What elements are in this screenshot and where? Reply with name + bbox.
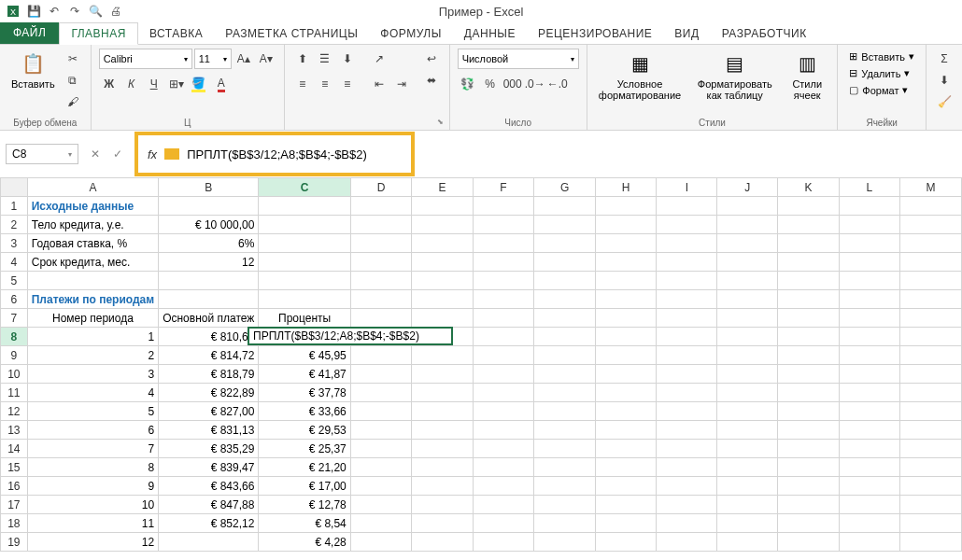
cell-A3[interactable]: Годовая ставка, % — [27, 234, 158, 253]
cell-A6[interactable]: Платежи по периодам — [27, 290, 158, 309]
cell-M15[interactable] — [900, 458, 962, 477]
cell-F19[interactable] — [473, 533, 533, 552]
cell-L6[interactable] — [839, 290, 899, 309]
cell-J15[interactable] — [717, 458, 778, 477]
font-name-select[interactable]: Calibri▾ — [99, 49, 192, 69]
cell-G7[interactable] — [534, 309, 596, 328]
cell-L4[interactable] — [839, 253, 899, 272]
cell-E10[interactable] — [412, 365, 473, 384]
cell-K11[interactable] — [778, 384, 839, 402]
cell-K2[interactable] — [778, 216, 839, 234]
row-header-17[interactable]: 17 — [1, 496, 28, 514]
cell-I16[interactable] — [657, 477, 717, 496]
cell-M9[interactable] — [900, 346, 962, 365]
col-header-E[interactable]: E — [412, 178, 473, 197]
cell-H13[interactable] — [595, 421, 657, 440]
cell-K9[interactable] — [778, 346, 839, 365]
cell-G3[interactable] — [534, 234, 596, 253]
cell-L3[interactable] — [839, 234, 899, 253]
cell-A5[interactable] — [27, 272, 158, 290]
cell-F14[interactable] — [473, 440, 533, 458]
cell-I13[interactable] — [657, 421, 717, 440]
formula-text[interactable]: ПРПЛТ($B$3/12;A8;$B$4;-$B$2) — [187, 147, 367, 161]
cell-D4[interactable] — [350, 253, 412, 272]
col-header-G[interactable]: G — [534, 178, 596, 197]
cell-M13[interactable] — [900, 421, 962, 440]
conditional-format-button[interactable]: ▦Условное форматирование — [595, 49, 686, 103]
cell-G4[interactable] — [534, 253, 596, 272]
cell-G2[interactable] — [534, 216, 596, 234]
cell-I15[interactable] — [657, 458, 717, 477]
percent-icon[interactable]: % — [480, 74, 501, 94]
cell-C2[interactable] — [259, 216, 350, 234]
cell-G12[interactable] — [534, 402, 596, 421]
cell-E16[interactable] — [412, 477, 473, 496]
cell-F18[interactable] — [473, 514, 533, 533]
underline-button[interactable]: Ч — [144, 74, 164, 94]
cell-K10[interactable] — [778, 365, 839, 384]
row-header-1[interactable]: 1 — [1, 197, 28, 216]
col-header-F[interactable]: F — [473, 178, 533, 197]
cell-F17[interactable] — [473, 496, 533, 514]
cell-M16[interactable] — [900, 477, 962, 496]
cell-A17[interactable]: 10 — [27, 496, 158, 514]
cell-M19[interactable] — [900, 533, 962, 552]
cell-J12[interactable] — [717, 402, 778, 421]
row-header-18[interactable]: 18 — [1, 514, 28, 533]
font-size-select[interactable]: 11▾ — [194, 49, 232, 69]
cell-M4[interactable] — [900, 253, 962, 272]
cell-M6[interactable] — [900, 290, 962, 309]
cell-D1[interactable] — [350, 197, 412, 216]
cell-J7[interactable] — [717, 309, 778, 328]
cell-C8-editing[interactable]: ПРПЛТ($B$3/12;A8;$B$4;-$B$2) — [248, 327, 453, 345]
undo-icon[interactable]: ↶ — [45, 2, 64, 21]
row-header-15[interactable]: 15 — [1, 458, 28, 477]
cell-E5[interactable] — [412, 272, 473, 290]
paste-button[interactable]: 📋 Вставить — [7, 49, 59, 91]
cell-H5[interactable] — [595, 272, 657, 290]
cell-L7[interactable] — [839, 309, 899, 328]
cell-E2[interactable] — [412, 216, 473, 234]
cell-J18[interactable] — [717, 514, 778, 533]
cell-K3[interactable] — [778, 234, 839, 253]
cell-H10[interactable] — [595, 365, 657, 384]
cell-C1[interactable] — [259, 197, 350, 216]
spreadsheet-grid[interactable]: ABCDEFGHIJKLM1Исходные данные2Тело креди… — [0, 177, 962, 552]
font-color-button[interactable]: A — [211, 74, 232, 94]
cell-H16[interactable] — [595, 477, 657, 496]
format-table-button[interactable]: ▤Форматировать как таблицу — [688, 49, 781, 103]
cell-D2[interactable] — [350, 216, 412, 234]
border-button[interactable]: ⊞▾ — [166, 74, 187, 94]
cell-G19[interactable] — [534, 533, 596, 552]
cell-G14[interactable] — [534, 440, 596, 458]
row-header-6[interactable]: 6 — [1, 290, 28, 309]
cell-J19[interactable] — [717, 533, 778, 552]
cell-B1[interactable] — [159, 197, 259, 216]
fill-color-button[interactable]: 🪣 — [189, 74, 209, 94]
cell-F12[interactable] — [473, 402, 533, 421]
italic-button[interactable]: К — [121, 74, 142, 94]
cell-C17[interactable]: € 12,78 — [259, 496, 350, 514]
cell-J16[interactable] — [717, 477, 778, 496]
cell-A4[interactable]: Срок кредита, мес. — [27, 253, 158, 272]
cell-M12[interactable] — [900, 402, 962, 421]
cell-K6[interactable] — [778, 290, 839, 309]
cell-J1[interactable] — [717, 197, 778, 216]
cell-E9[interactable] — [412, 346, 473, 365]
cell-L9[interactable] — [839, 346, 899, 365]
cell-E13[interactable] — [412, 421, 473, 440]
cell-B10[interactable]: € 818,79 — [159, 365, 259, 384]
cell-H7[interactable] — [595, 309, 657, 328]
decrease-decimal-icon[interactable]: ←.0 — [547, 74, 568, 94]
cell-A10[interactable]: 3 — [27, 365, 158, 384]
cell-C10[interactable]: € 41,87 — [259, 365, 350, 384]
tab-review[interactable]: РЕЦЕНЗИРОВАНИЕ — [527, 23, 663, 44]
cell-B7[interactable]: Основной платеж — [159, 309, 259, 328]
cell-J13[interactable] — [717, 421, 778, 440]
cell-K12[interactable] — [778, 402, 839, 421]
cell-M7[interactable] — [900, 309, 962, 328]
cell-B5[interactable] — [159, 272, 259, 290]
cell-G9[interactable] — [534, 346, 596, 365]
cell-B12[interactable]: € 827,00 — [159, 402, 259, 421]
cell-A19[interactable]: 12 — [27, 533, 158, 552]
